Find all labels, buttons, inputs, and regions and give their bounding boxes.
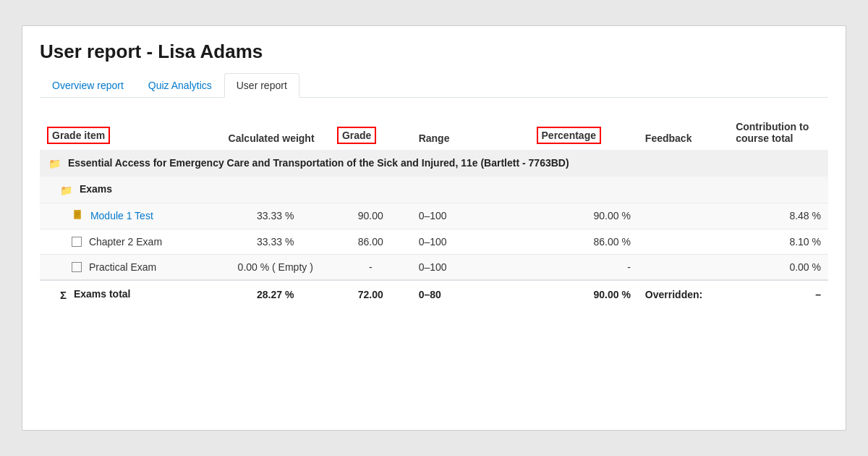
practical-exam-label: Practical Exam: [89, 261, 156, 273]
svg-rect-1: [75, 212, 80, 213]
col-header-range: Range: [412, 115, 529, 150]
total-range: 0–80: [412, 280, 529, 308]
percentage-label: Percentage: [537, 127, 601, 144]
feedback-cell: [638, 203, 728, 229]
calc-weight-cell: 33.33 %: [221, 203, 330, 229]
section-title: Essential Access for Emergency Care and …: [68, 157, 569, 169]
feedback-cell: [638, 229, 728, 254]
col-header-contribution: Contribution to course total: [728, 115, 828, 150]
feedback-cell: [638, 255, 728, 281]
module1-test-link[interactable]: Module 1 Test: [90, 210, 153, 221]
calc-weight-cell: 0.00 % ( Empty ): [221, 255, 330, 281]
page-title: User report - Lisa Adams: [40, 41, 828, 63]
grade-cell: 86.00: [330, 229, 412, 254]
sigma-icon: Σ: [60, 289, 67, 301]
tab-overview[interactable]: Overview report: [40, 73, 136, 98]
tab-user-report[interactable]: User report: [224, 73, 299, 98]
grade-item-label: Grade item: [47, 127, 110, 144]
col-header-grade: Grade: [330, 115, 412, 150]
total-contribution: –: [728, 280, 828, 308]
checkbox-icon: [72, 237, 82, 247]
grade-item-name-cell: Chapter 2 Exam: [40, 229, 221, 254]
table-row: Practical Exam 0.00 % ( Empty ) - 0–100 …: [40, 255, 828, 281]
table-row: Chapter 2 Exam 33.33 % 86.00 0–100 86.00…: [40, 229, 828, 254]
subsection-header-cell: 📁 Exams: [40, 177, 828, 203]
col-header-percentage: Percentage: [529, 115, 638, 150]
folder-icon: 📁: [48, 158, 61, 169]
exams-total-label: Exams total: [74, 288, 131, 300]
calc-weight-cell: 33.33 %: [221, 229, 330, 254]
section-header-row: 📁 Essential Access for Emergency Care an…: [40, 150, 828, 177]
total-feedback: Overridden:: [638, 280, 728, 308]
chapter2-exam-label: Chapter 2 Exam: [89, 236, 162, 248]
main-container: User report - Lisa Adams Overview report…: [22, 25, 846, 431]
total-grade: 72.00: [330, 280, 412, 308]
range-cell: 0–100: [412, 255, 529, 281]
exams-folder-icon: 📁: [60, 185, 72, 196]
table-header-row: Grade item Calculated weight Grade Range…: [40, 115, 828, 150]
grade-item-name-cell: Practical Exam: [40, 255, 221, 281]
total-calc-weight: 28.27 %: [221, 280, 330, 308]
svg-rect-3: [75, 216, 78, 216]
subsection-title: Exams: [80, 183, 112, 195]
contribution-cell: 8.48 %: [728, 203, 828, 229]
grade-item-name-cell: Module 1 Test: [40, 203, 221, 229]
col-header-grade-item: Grade item: [40, 115, 221, 150]
section-header-cell: 📁 Essential Access for Emergency Care an…: [40, 150, 828, 177]
percentage-cell: -: [529, 255, 638, 281]
total-name-cell: Σ Exams total: [40, 280, 221, 308]
grade-label: Grade: [337, 127, 376, 144]
grade-cell: 90.00: [330, 203, 412, 229]
col-header-feedback: Feedback: [638, 115, 728, 150]
grade-cell: -: [330, 255, 412, 281]
tab-bar: Overview report Quiz Analytics User repo…: [40, 73, 828, 98]
svg-rect-2: [75, 214, 80, 214]
checkbox-icon: [72, 262, 82, 272]
percentage-cell: 86.00 %: [529, 229, 638, 254]
table-row: Module 1 Test 33.33 % 90.00 0–100 90.00 …: [40, 203, 828, 229]
contribution-cell: 0.00 %: [728, 255, 828, 281]
range-cell: 0–100: [412, 203, 529, 229]
tab-quiz-analytics[interactable]: Quiz Analytics: [136, 73, 224, 98]
total-percentage: 90.00 %: [529, 280, 638, 308]
contribution-cell: 8.10 %: [728, 229, 828, 254]
subsection-header-row: 📁 Exams: [40, 177, 828, 203]
document-icon: [72, 210, 83, 221]
total-row: Σ Exams total 28.27 % 72.00 0–80 90.00 %…: [40, 280, 828, 308]
percentage-cell: 90.00 %: [529, 203, 638, 229]
col-header-calc-weight: Calculated weight: [221, 115, 330, 150]
grade-table: Grade item Calculated weight Grade Range…: [40, 115, 828, 308]
overridden-label: Overridden:: [645, 289, 702, 300]
range-cell: 0–100: [412, 229, 529, 254]
